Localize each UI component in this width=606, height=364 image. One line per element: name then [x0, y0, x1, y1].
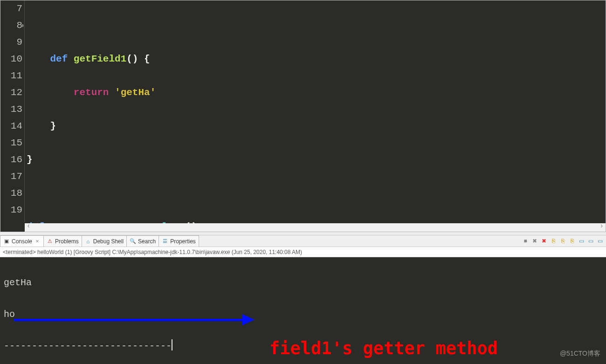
code-line	[27, 17, 606, 34]
status-text: <terminated> helloWorld (1) [Groovy Scri…	[3, 249, 302, 255]
annotation-line: field1's getter method	[269, 337, 498, 361]
toolbar-btn-4[interactable]: ⎘	[558, 237, 567, 245]
tab-label: Console	[12, 238, 32, 245]
tab-label: Debug Shell	[93, 238, 124, 245]
line-number: 19	[0, 202, 22, 219]
line-number: 10	[0, 51, 22, 68]
code-line: def getField1() {	[27, 51, 606, 68]
text-cursor	[172, 339, 172, 350]
problems-icon: ⚠	[47, 238, 53, 245]
code-area[interactable]: def getField1() { return 'getHa' } } def…	[25, 0, 606, 222]
toolbar-btn-6[interactable]: ▭	[577, 237, 585, 245]
properties-icon: ☰	[162, 238, 168, 245]
line-number: 18	[0, 185, 22, 202]
close-icon[interactable]: ×	[34, 238, 41, 245]
line-number: 9	[0, 34, 22, 51]
tab-label: Search	[138, 238, 156, 245]
debug-icon: ⌂	[85, 238, 91, 245]
tab-properties[interactable]: ☰ Properties	[158, 235, 199, 247]
line-number: 15	[0, 135, 22, 151]
toolbar-btn-8[interactable]: ▭	[596, 237, 604, 245]
toolbar-btn-0[interactable]: ■	[521, 237, 530, 245]
toolbar-btn-2[interactable]: ✖	[540, 237, 548, 245]
tab-problems[interactable]: ⚠ Problems	[43, 235, 82, 247]
annotation-text: field1's getter method is bypassed	[269, 288, 498, 364]
watermark: @51CTO博客	[560, 345, 600, 361]
app-root: 7 8 9 10 11 12 13 14 15 16 17 18 19 def …	[0, 0, 606, 364]
line-number: 13	[0, 101, 22, 118]
toolbar-btn-5[interactable]: ⎘	[568, 237, 576, 245]
line-number-gutter: 7 8 9 10 11 12 13 14 15 16 17 18 19	[0, 0, 25, 222]
editor-body: 7 8 9 10 11 12 13 14 15 16 17 18 19 def …	[0, 0, 606, 222]
console-icon: ▣	[3, 238, 10, 245]
console-output[interactable]: getHa ho ------------------------------ …	[0, 257, 606, 364]
line-number: 8	[0, 17, 22, 34]
bottom-panel-tabs: ▣ Console × ⚠ Problems ⌂ Debug Shell 🔍 S…	[0, 235, 606, 247]
line-number: 11	[0, 68, 22, 84]
code-line: }	[27, 151, 606, 168]
line-number: 12	[0, 84, 22, 101]
tab-label: Problems	[55, 238, 79, 245]
code-line: return 'getHa'	[27, 84, 606, 101]
tab-search[interactable]: 🔍 Search	[126, 235, 159, 247]
line-number: 14	[0, 118, 22, 135]
toolbar-btn-7[interactable]: ▭	[586, 237, 595, 245]
search-icon: 🔍	[130, 238, 136, 245]
console-status-line: <terminated> helloWorld (1) [Groovy Scri…	[0, 247, 606, 257]
code-editor[interactable]: 7 8 9 10 11 12 13 14 15 16 17 18 19 def …	[0, 0, 606, 232]
toolbar-btn-1[interactable]: ✖	[530, 237, 539, 245]
console-toolbar: ■ ✖ ✖ ⎘ ⎘ ⎘ ▭ ▭ ▭	[521, 237, 606, 245]
code-line: }	[27, 118, 606, 135]
tab-label: Properties	[170, 238, 196, 245]
tab-console[interactable]: ▣ Console ×	[0, 235, 44, 247]
tab-debug-shell[interactable]: ⌂ Debug Shell	[82, 235, 127, 247]
line-number: 7	[0, 0, 22, 17]
toolbar-btn-3[interactable]: ⎘	[549, 237, 558, 245]
line-number: 17	[0, 168, 22, 185]
annotation-arrow	[14, 314, 48, 362]
line-number: 16	[0, 151, 22, 168]
code-line	[27, 185, 606, 202]
horizontal-scrollbar[interactable]	[25, 223, 606, 232]
